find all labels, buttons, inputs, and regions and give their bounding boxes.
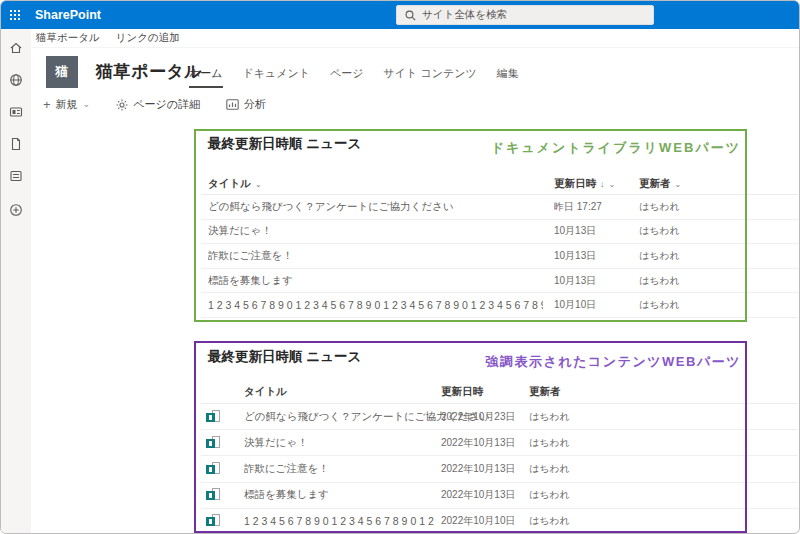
table-row[interactable]: どの餌なら飛びつく？アンケートにご協力ください 2022年10月23日 はちわれ (201, 404, 798, 430)
tab-documents[interactable]: ドキュメント (243, 66, 311, 86)
breadcrumb: 猫草ポータル リンクの追加 (31, 29, 800, 48)
tab-home[interactable]: ホーム (189, 66, 223, 88)
sort-descending-icon: ↓ (600, 179, 605, 189)
breadcrumb-add-link[interactable]: リンクの追加 (116, 31, 180, 45)
document-icon (206, 462, 221, 476)
highlighted-webpart-title: 最終更新日時順 ニュース (208, 348, 361, 366)
table-row[interactable]: 詐欺にご注意を！ 2022年10月13日 はちわれ (201, 456, 798, 482)
library-column-title[interactable]: タイトル ⌄ (208, 177, 262, 191)
analytics-button[interactable]: 分析 (226, 97, 266, 112)
highlighted-column-modified: 更新日時 (441, 385, 483, 399)
news-icon[interactable] (9, 105, 23, 119)
suite-bar: SharePoint サイト全体を検索 (1, 1, 799, 29)
home-icon[interactable] (9, 41, 23, 55)
document-icon (206, 410, 221, 424)
tab-site-contents[interactable]: サイト コンテンツ (384, 66, 477, 86)
table-row[interactable]: 決算だにゃ！ 2022年10月13日 はちわれ (201, 430, 798, 456)
highlighted-annotation-label: 強調表示されたコンテンツWEBパーツ (401, 353, 741, 371)
chevron-down-icon: ⌄ (675, 180, 682, 189)
library-rows: どの餌なら飛びつく？アンケートにご協力ください 昨日 17:27 はちわれ 決算… (201, 194, 798, 318)
analytics-icon (226, 99, 239, 110)
app-name: SharePoint (35, 1, 101, 29)
search-input[interactable]: サイト全体を検索 (396, 5, 654, 25)
sites-icon[interactable] (9, 73, 23, 87)
waffle-icon (10, 10, 20, 20)
new-button[interactable]: + 新規 ⌄ (43, 97, 90, 112)
table-row[interactable]: 標語を募集します 10月13日 はちわれ (201, 269, 798, 294)
highlighted-column-editor: 更新者 (529, 385, 561, 399)
breadcrumb-site-link[interactable]: 猫草ポータル (36, 31, 100, 45)
library-webpart-title: 最終更新日時順 ニュース (208, 135, 361, 153)
document-icon (206, 514, 221, 528)
library-annotation-label: ドキュメントライブラリWEBパーツ (421, 139, 741, 157)
tab-pages[interactable]: ページ (330, 66, 364, 86)
search-icon (405, 10, 416, 21)
chevron-down-icon: ⌄ (255, 180, 262, 189)
left-rail (1, 29, 31, 534)
site-title: 猫草ポータル (96, 60, 202, 83)
search-placeholder: サイト全体を検索 (422, 8, 507, 22)
tab-edit[interactable]: 編集 (497, 66, 519, 86)
chevron-down-icon: ⌄ (83, 100, 91, 109)
plus-icon: + (43, 98, 51, 111)
gear-icon (116, 99, 128, 111)
library-column-editor[interactable]: 更新者 ⌄ (639, 177, 681, 191)
create-icon[interactable] (9, 203, 23, 217)
document-icon (206, 488, 221, 502)
table-row[interactable]: 1 2 3 4 5 6 7 8 9 0 1 2 3 4 5 6 7 8 9 0 … (201, 509, 798, 534)
highlighted-column-title: タイトル (244, 385, 287, 399)
table-row[interactable]: どの餌なら飛びつく？アンケートにご協力ください 昨日 17:27 はちわれ (201, 195, 798, 220)
table-row[interactable]: 1 2 3 4 5 6 7 8 9 0 1 2 3 4 5 6 7 8 9 0 … (201, 293, 798, 318)
app-launcher-button[interactable] (1, 1, 29, 29)
library-column-modified[interactable]: 更新日時 ↓ ⌄ (554, 177, 615, 191)
table-row[interactable]: 決算だにゃ！ 10月13日 はちわれ (201, 220, 798, 245)
table-row[interactable]: 標語を募集します 2022年10月13日 はちわれ (201, 483, 798, 509)
site-nav: ホーム ドキュメント ページ サイト コンテンツ 編集 (189, 66, 519, 88)
command-bar: + 新規 ⌄ ページの詳細 分析 (43, 97, 266, 112)
pages-icon[interactable] (9, 137, 23, 151)
page-details-button[interactable]: ページの詳細 (116, 97, 200, 112)
lists-icon[interactable] (9, 169, 23, 183)
document-icon (206, 436, 221, 450)
chevron-down-icon: ⌄ (609, 180, 616, 189)
sharepoint-window: SharePoint サイト全体を検索 猫草ポータル リンクの追加 (0, 0, 800, 534)
site-logo[interactable]: 猫 (46, 56, 78, 88)
table-row[interactable]: 詐欺にご注意を！ 10月13日 はちわれ (201, 244, 798, 269)
highlighted-rows: どの餌なら飛びつく？アンケートにご協力ください 2022年10月23日 はちわれ… (201, 403, 798, 534)
